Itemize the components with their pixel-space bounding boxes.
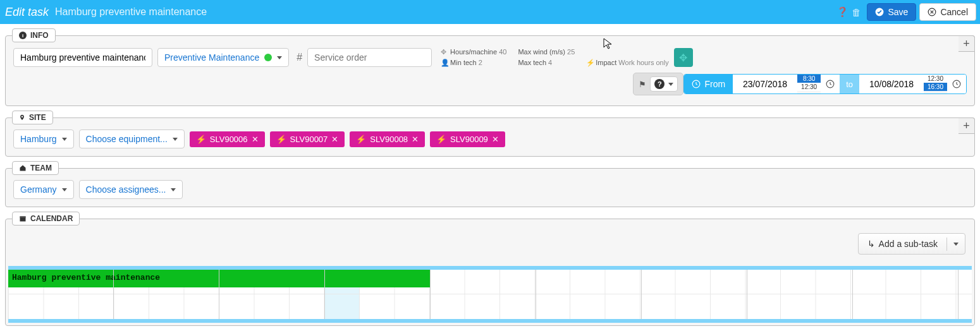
bolt-icon: ⚡ [586,58,594,68]
bolt-icon: ⚡ [276,135,286,144]
move-icon: ✥ [441,47,448,57]
date-range: From 8:30 12:30 to 12:30 16:30 [683,74,967,94]
site-location-label: Hamburg [20,134,57,144]
chevron-down-icon [173,138,178,141]
from-label: From [684,75,733,93]
to-time-toggle[interactable]: 12:30 16:30 [924,75,947,93]
team-region-select[interactable]: Germany [13,180,74,199]
tag-remove-icon[interactable]: ✕ [331,135,338,144]
pin-icon [19,114,25,121]
tag-label: SLV90006 [210,135,248,144]
info-panel: i INFO + Preventive Maintenance # ✥Hours… [5,35,975,106]
page-subtitle: Hamburg preventive maintenance [55,6,207,18]
equipment-select[interactable]: Choose equipment... [79,129,185,148]
to-label: to [840,75,859,93]
chevron-down-icon [277,56,282,59]
hash-icon: # [297,52,302,63]
bolt-icon: ⚡ [356,135,366,144]
add-subtask-button[interactable]: ↳ Add a sub-task [858,233,965,255]
team-section-text: TEAM [30,164,52,172]
home-icon [19,164,27,172]
gantt-task-bar[interactable]: Hamburg preventive maintenance [8,270,430,287]
team-panel-label: TEAM [12,161,59,175]
service-order-input[interactable] [307,48,432,67]
header-bar: Edit task Hamburg preventive maintenance… [0,0,980,24]
team-region-label: Germany [20,184,57,195]
equipment-tag[interactable]: ⚡SLV90006✕ [190,131,265,147]
equipment-tag[interactable]: ⚡SLV90007✕ [270,131,345,147]
assignees-select[interactable]: Choose assignees... [79,180,183,199]
flag-icon: ⚑ [639,80,646,89]
svg-text:i: i [22,33,23,39]
site-section-text: SITE [29,113,46,122]
team-panel: TEAM Germany Choose assignees... [5,168,975,207]
tag-remove-icon[interactable]: ✕ [252,135,259,144]
save-label: Save [888,7,908,17]
chevron-down-icon [171,188,176,191]
equipment-tag[interactable]: ⚡SLV90009✕ [430,131,505,147]
equipment-select-label: Choose equipment... [86,134,168,144]
chevron-down-icon [953,243,959,246]
task-type-label: Preventive Maintenance [164,52,259,63]
site-location-select[interactable]: Hamburg [13,129,74,148]
svg-point-7 [21,116,23,118]
status-dot-icon [264,54,272,61]
from-time-toggle[interactable]: 8:30 12:30 [797,75,821,93]
bolt-icon: ⚡ [196,135,206,144]
tag-label: SLV90007 [290,135,328,144]
chevron-down-icon [62,138,67,141]
assignees-label: Choose assignees... [86,184,166,195]
help-icon[interactable]: ❓ [835,6,849,18]
tag-remove-icon[interactable]: ✕ [412,135,419,144]
to-date-input[interactable] [859,75,924,93]
tag-label: SLV90009 [450,135,488,144]
page-title: Edit task [5,6,49,19]
info-section-text: INFO [30,31,49,40]
cancel-icon [928,8,936,16]
task-meta: ✥Hours/machine 40 👤Min tech 2 Max wind (… [441,47,669,68]
calendar-section-text: CALENDAR [30,214,73,223]
site-add-button[interactable]: + [959,117,975,134]
info-panel-label: i INFO [12,28,56,42]
cancel-button[interactable]: Cancel [919,3,976,21]
info-add-button[interactable]: + [959,35,975,52]
svg-rect-9 [20,217,26,218]
clock-icon [692,80,701,88]
add-subtask-dropdown[interactable] [946,238,965,251]
subtask-arrow-icon: ↳ [867,239,875,249]
task-type-select[interactable]: Preventive Maintenance [157,48,289,67]
trash-icon[interactable]: 🗑 [849,7,863,18]
bolt-icon: ⚡ [436,135,446,144]
chevron-down-icon [62,188,67,191]
save-button[interactable]: Save [867,3,916,21]
drag-handle[interactable]: ✥ [674,48,693,67]
task-name-input[interactable] [13,48,152,67]
gantt-grid[interactable]: Hamburg preventive maintenance [8,270,972,319]
equipment-tag[interactable]: ⚡SLV90008✕ [350,131,425,147]
site-panel-label: SITE [12,111,53,124]
check-icon [875,8,884,16]
from-date-input[interactable] [733,75,797,93]
to-clock-icon[interactable] [947,75,966,93]
info-icon: i [19,32,27,39]
person-icon: 👤 [441,58,448,68]
calendar-panel: CALENDAR ↳ Add a sub-task Hamburg preven… [5,219,975,326]
cursor-icon [603,38,612,49]
tag-label: SLV90008 [370,135,408,144]
priority-select[interactable]: ⚑ ? [633,73,683,95]
tag-remove-icon[interactable]: ✕ [492,135,499,144]
calendar-panel-label: CALENDAR [12,212,80,226]
priority-badge: ? [654,79,665,89]
site-panel: SITE + Hamburg Choose equipment... ⚡SLV9… [5,117,975,157]
add-subtask-main[interactable]: ↳ Add a sub-task [859,234,946,254]
calendar-icon [19,215,27,222]
cancel-label: Cancel [940,7,968,17]
from-clock-icon[interactable] [821,75,840,93]
chevron-down-icon [668,83,673,86]
